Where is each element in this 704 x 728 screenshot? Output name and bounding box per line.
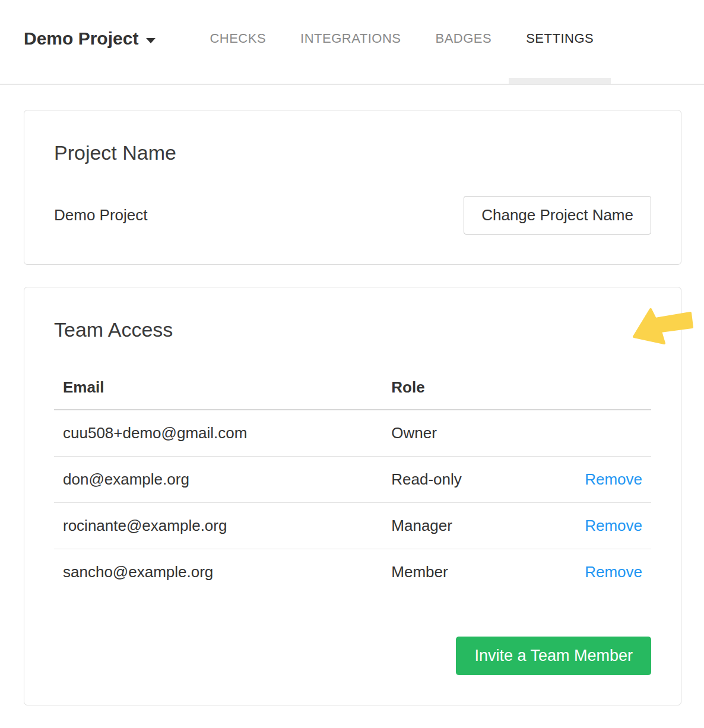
member-action-cell: Remove — [562, 457, 651, 503]
project-nav: Demo Project CHECKS INTEGRATIONS BADGES … — [0, 0, 704, 85]
project-name-row: Demo Project Change Project Name — [54, 196, 651, 235]
remove-member-link[interactable]: Remove — [585, 563, 642, 581]
table-header-row: Email Role — [54, 371, 651, 410]
member-email: cuu508+demo@gmail.com — [54, 410, 382, 457]
project-name-card-title: Project Name — [54, 141, 651, 164]
change-project-name-button[interactable]: Change Project Name — [464, 196, 651, 235]
project-name-card: Project Name Demo Project Change Project… — [24, 110, 681, 265]
member-role: Manager — [382, 503, 562, 549]
remove-member-link[interactable]: Remove — [585, 517, 642, 534]
project-switcher[interactable]: Demo Project — [24, 29, 156, 49]
role-column-header: Role — [382, 371, 562, 410]
email-column-header: Email — [54, 371, 382, 410]
member-action-cell: Remove — [562, 503, 651, 549]
member-action-cell — [562, 410, 651, 457]
member-role: Owner — [382, 410, 562, 457]
tab-checks[interactable]: CHECKS — [192, 0, 283, 77]
table-row: don@example.org Read-only Remove — [54, 457, 651, 503]
remove-member-link[interactable]: Remove — [585, 470, 642, 488]
nav-tabs: CHECKS INTEGRATIONS BADGES SETTINGS — [192, 0, 611, 77]
tab-badges[interactable]: BADGES — [418, 0, 509, 77]
member-email: sancho@example.org — [54, 549, 382, 596]
tab-settings[interactable]: SETTINGS — [509, 0, 611, 77]
member-email: rocinante@example.org — [54, 503, 382, 549]
member-action-cell: Remove — [562, 549, 651, 596]
tab-integrations[interactable]: INTEGRATIONS — [283, 0, 418, 77]
team-access-card-title: Team Access — [54, 318, 651, 341]
chevron-down-icon — [146, 38, 156, 43]
table-row: cuu508+demo@gmail.com Owner — [54, 410, 651, 457]
member-role: Read-only — [382, 457, 562, 503]
team-members-table: Email Role cuu508+demo@gmail.com Owner d… — [54, 371, 651, 595]
invite-team-member-button[interactable]: Invite a Team Member — [456, 637, 651, 675]
member-email: don@example.org — [54, 457, 382, 503]
table-row: sancho@example.org Member Remove — [54, 549, 651, 596]
team-access-card: Team Access Email Role cuu508+demo@gmail… — [24, 287, 681, 705]
member-role: Member — [382, 549, 562, 596]
invite-row: Invite a Team Member — [54, 637, 651, 675]
project-switcher-label: Demo Project — [24, 29, 138, 49]
current-project-name: Demo Project — [54, 206, 148, 224]
action-column-header — [562, 371, 651, 410]
table-row: rocinante@example.org Manager Remove — [54, 503, 651, 549]
